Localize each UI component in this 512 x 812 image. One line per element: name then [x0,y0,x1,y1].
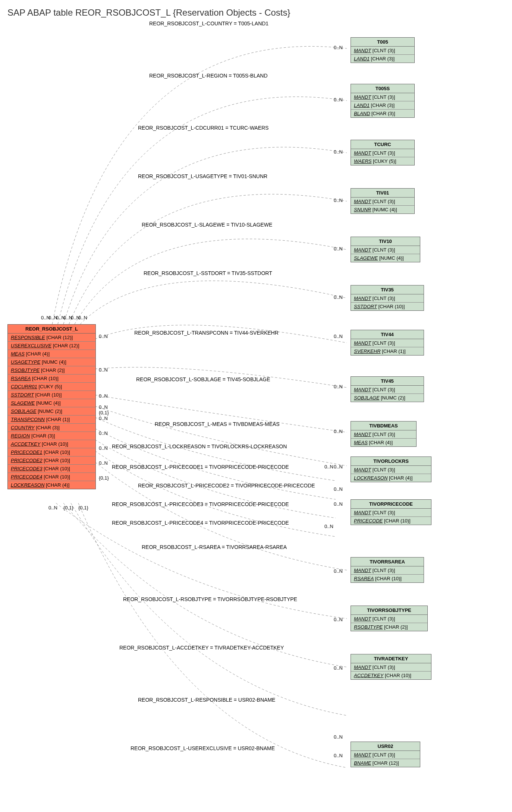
cardinality-right: 0..N [334,734,343,740]
cardinality-right: 0..N [334,334,343,339]
entity-field: ACCDETKEY [CHAR (10)] [351,672,431,679]
entity-field: USAGETYPE [NUMC (4)] [8,358,95,366]
entity-field: USEREXCLUSIVE [CHAR (12)] [8,342,95,350]
entity-target: TIVORRSOBJTYPEMANDT [CLNT (3)]RSOBJTYPE … [351,606,428,631]
entity-field: MANDT [CLNT (3)] [351,47,414,55]
entity-target: TIVRADETKEYMANDT [CLNT (3)]ACCDETKEY [CH… [351,654,431,680]
entity-target: TIV44MANDT [CLNT (3)]SVERKEHR [CHAR (1)] [351,330,424,356]
cardinality-right: 0..N [324,464,333,470]
entity-target-name: TIV10 [351,237,420,246]
entity-target-name: TIV01 [351,189,414,198]
entity-field: MANDT [CLNT (3)] [351,751,420,759]
entity-field: MEAS [CHAR (4)] [8,350,95,358]
cardinality-right: 0..N [334,753,343,758]
entity-field: RSAREA [CHAR (10)] [8,375,95,383]
relation-label: REOR_RSOBJCOST_L-RSAREA = TIVORRSAREA-RS… [142,544,287,550]
entity-target-name: TIVBDMEAS [351,421,416,430]
entity-field: MANDT [CLNT (3)] [351,339,424,347]
relation-label: REOR_RSOBJCOST_L-COUNTRY = T005-LAND1 [149,20,268,26]
entity-target-name: TIV35 [351,285,424,294]
entity-field: MANDT [CLNT (3)] [351,566,424,575]
relation-label: REOR_RSOBJCOST_L-TRANSPCONN = TIV44-SVER… [134,330,279,336]
entity-field: PRICECODE4 [CHAR (10)] [8,473,95,481]
entity-field: LAND1 [CHAR (3)] [351,101,414,110]
entity-field: COUNTRY [CHAR (3)] [8,424,95,432]
entity-target-name: TIVORRSAREA [351,557,424,566]
entity-target: T005MANDT [CLNT (3)]LAND1 [CHAR (3)] [351,37,415,63]
entity-field: RSOBJTYPE [CHAR (2)] [351,623,427,631]
relation-label: REOR_RSOBJCOST_L-RESPONSIBLE = USR02-BNA… [138,697,275,703]
cardinality-left: 0..N [78,315,87,320]
entity-target: TIV10MANDT [CLNT (3)]SLAGEWE [NUMC (4)] [351,237,420,262]
entity-target-name: T005S [351,84,414,93]
relation-label: REOR_RSOBJCOST_L-CDCURR01 = TCURC-WAERS [138,125,268,131]
entity-field: RSOBJTYPE [CHAR (2)] [8,366,95,375]
entity-target-name: TCURC [351,140,414,149]
cardinality-right: 0..N [334,294,343,300]
entity-field: LOCKREASON [CHAR (4)] [8,481,95,489]
entity-target: TIVORPRICECODEMANDT [CLNT (3)]PRICECODE … [351,499,431,525]
relation-label: REOR_RSOBJCOST_L-SSTDORT = TIV35-SSTDORT [144,270,272,276]
entity-target-name: T005 [351,38,414,47]
relation-label: REOR_RSOBJCOST_L-SOBJLAGE = TIV45-SOBJLA… [136,376,270,382]
cardinality-left: {0,1} [63,505,73,511]
cardinality-right: 0..N [334,568,343,574]
entity-field: PRICECODE [CHAR (10)] [351,517,431,525]
entity-field: MEAS [CHAR (4)] [351,439,416,446]
entity-field: SVERKEHR [CHAR (1)] [351,347,424,355]
cardinality-left: 0..N [48,505,57,511]
cardinality-left: 0..N [99,393,108,399]
entity-field: SNUNR [NUMC (4)] [351,206,414,214]
cardinality-right: 0..N [334,665,343,671]
entity-field: ACCDETKEY [CHAR (10)] [8,440,95,448]
entity-field: MANDT [CLNT (3)] [351,149,414,157]
cardinality-right: 0..N [334,429,343,434]
cardinality-right: 0..N [334,464,343,470]
cardinality-left: 0..N [99,404,108,410]
cardinality-left: 0..N [99,416,108,421]
relation-label: REOR_RSOBJCOST_L-SLAGEWE = TIV10-SLAGEWE [142,222,272,228]
cardinality-left: {0,1} [99,475,109,481]
entity-field: LAND1 [CHAR (3)] [351,55,414,63]
entity-field: REGION [CHAR (3)] [8,432,95,440]
cardinality-right: 0..N [334,149,343,155]
entity-target-name: USR02 [351,742,420,751]
entity-field: MANDT [CLNT (3)] [351,386,424,394]
entity-target: TIVORLOCKRSMANDT [CLNT (3)]LOCKREASON [C… [351,456,431,482]
page-title: SAP ABAP table REOR_RSOBJCOST_L {Reserva… [7,7,290,18]
entity-target: T005SMANDT [CLNT (3)]LAND1 [CHAR (3)]BLA… [351,84,415,118]
entity-field: PRICECODE1 [CHAR (10)] [8,448,95,456]
entity-field: SOBJLAGE [NUMC (2)] [8,407,95,416]
entity-target-name: TIVORLOCKRS [351,457,431,466]
entity-field: SSTDORT [CHAR (10)] [8,391,95,399]
relation-label: REOR_RSOBJCOST_L-REGION = T005S-BLAND [149,73,268,79]
entity-field: MANDT [CLNT (3)] [351,615,427,623]
entity-field: MANDT [CLNT (3)] [351,93,414,101]
cardinality-right: 0..N [334,486,343,492]
cardinality-right: 0..N [334,198,343,203]
entity-field: SOBJLAGE [NUMC (2)] [351,394,424,402]
relation-label: REOR_RSOBJCOST_L-PRICECODE3 = TIVORPRICE… [112,501,289,507]
entity-target-name: TIV44 [351,330,424,339]
entity-source: REOR_RSOBJCOST_L RESPONSIBLE [CHAR (12)]… [7,324,96,489]
entity-field: LOCKREASON [CHAR (4)] [351,474,431,482]
entity-field: MANDT [CLNT (3)] [351,294,424,303]
cardinality-right: 0..N [334,45,343,50]
entity-field: MANDT [CLNT (3)] [351,198,414,206]
entity-target: TCURCMANDT [CLNT (3)]WAERS [CUKY (5)] [351,140,415,165]
entity-field: PRICECODE2 [CHAR (10)] [8,456,95,465]
entity-field: SLAGEWE [NUMC (4)] [8,399,95,407]
relation-label: REOR_RSOBJCOST_L-MEAS = TIVBDMEAS-MEAS [155,421,280,427]
entity-target: USR02MANDT [CLNT (3)]BNAME [CHAR (12)] [351,742,420,767]
entity-target-name: TIVORRSOBJTYPE [351,606,427,615]
cardinality-left: 0..N [99,334,108,339]
cardinality-left: 0..N [99,367,108,373]
entity-field: CDCURR01 [CUKY (5)] [8,383,95,391]
entity-field: RSAREA [CHAR (10)] [351,575,424,582]
cardinality-right: 0..N [334,246,343,252]
entity-target: TIV01MANDT [CLNT (3)]SNUNR [NUMC (4)] [351,188,415,214]
cardinality-left: 0..N [99,430,108,436]
entity-field: BLAND [CHAR (3)] [351,110,414,117]
entity-target-name: TIVORPRICECODE [351,500,431,509]
entity-field: RESPONSIBLE [CHAR (12)] [8,334,95,342]
